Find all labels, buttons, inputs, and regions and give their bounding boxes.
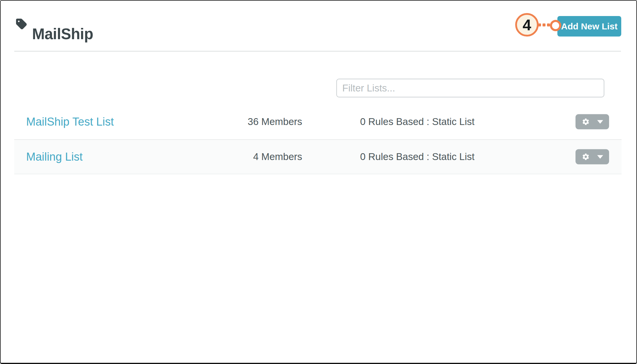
list-members-count: 4 Members [183,151,302,162]
list-settings-dropdown-button[interactable] [575,149,609,164]
list-settings-dropdown-button[interactable] [575,114,609,129]
gear-icon [582,153,590,161]
annotation-connector-dot [543,23,545,26]
list-rules-info: 0 Rules Based : Static List [360,151,474,162]
header-divider [14,51,621,52]
tag-icon [16,18,29,30]
filter-lists-input[interactable] [336,79,604,97]
gear-icon [582,118,590,126]
list-rules-info: 0 Rules Based : Static List [360,116,474,127]
caret-down-icon [597,155,603,159]
list-row: Mailing List 4 Members 0 Rules Based : S… [14,139,622,174]
list-members-count: 36 Members [183,116,302,127]
annotation-step-badge: 4 [515,13,539,37]
annotation-connector-dot [547,23,550,26]
list-name-link[interactable]: Mailing List [26,151,83,163]
mailship-lists-page: MailShip 4 Add New List MailShip Test Li… [0,0,637,364]
page-title: MailShip [32,26,93,42]
list-row: MailShip Test List 36 Members 0 Rules Ba… [14,104,622,139]
add-new-list-button[interactable]: Add New List [557,16,621,37]
list-name-link[interactable]: MailShip Test List [26,115,114,128]
annotation-target-ring [550,20,561,31]
caret-down-icon [597,120,603,124]
